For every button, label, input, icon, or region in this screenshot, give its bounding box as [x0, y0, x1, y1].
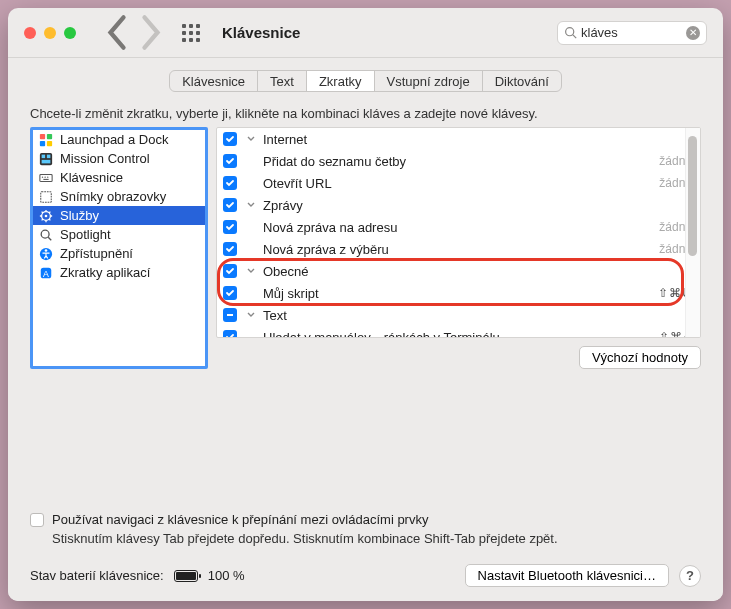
tab-text[interactable]: Text	[258, 71, 307, 91]
service-checkbox[interactable]	[223, 308, 237, 322]
service-label: Hledat v manuálov…ránkách v Terminálu	[263, 330, 653, 339]
service-group[interactable]: Obecné	[217, 260, 700, 282]
minimize-button[interactable]	[44, 27, 56, 39]
restore-defaults-button[interactable]: Výchozí hodnoty	[579, 346, 701, 369]
service-item[interactable]: Hledat v manuálov…ránkách v Terminálu⇧⌘A	[217, 326, 700, 338]
svg-rect-15	[41, 191, 52, 202]
mission-icon	[38, 151, 54, 167]
scroll-thumb[interactable]	[688, 136, 697, 256]
sidebar-item-label: Snímky obrazovky	[60, 189, 166, 204]
svg-point-13	[47, 176, 48, 177]
sidebar-item-mission[interactable]: Mission Control	[33, 149, 205, 168]
sidebar-item-keyboard[interactable]: Klávesnice	[33, 168, 205, 187]
keyboard-nav-checkbox[interactable]	[30, 513, 44, 527]
service-checkbox[interactable]	[223, 264, 237, 278]
footer: Stav baterií klávesnice: 100 % Nastavit …	[30, 564, 701, 587]
sidebar-item-label: Zpřístupnění	[60, 246, 133, 261]
svg-text:A: A	[43, 268, 49, 278]
service-label: Text	[263, 308, 692, 323]
zoom-button[interactable]	[64, 27, 76, 39]
svg-point-0	[566, 28, 574, 36]
tab-vstupní-zdroje[interactable]: Vstupní zdroje	[375, 71, 483, 91]
search-input[interactable]	[581, 25, 682, 40]
battery-status-label: Stav baterií klávesnice:	[30, 568, 164, 583]
sidebar-item-services[interactable]: Služby	[33, 206, 205, 225]
content-area: KlávesniceTextZkratkyVstupní zdrojeDikto…	[8, 58, 723, 601]
service-label: Můj skript	[263, 286, 652, 301]
service-checkbox[interactable]	[223, 330, 237, 338]
keyboard-nav-desc: Stisknutím klávesy Tab přejdete dopředu.…	[52, 531, 701, 546]
chevron-down-icon[interactable]	[247, 200, 257, 211]
instruction-text: Chcete-li změnit zkratku, vyberte ji, kl…	[30, 106, 701, 121]
service-checkbox[interactable]	[223, 176, 237, 190]
chevron-down-icon[interactable]	[247, 134, 257, 145]
svg-point-12	[44, 176, 45, 177]
chevron-down-icon[interactable]	[247, 310, 257, 321]
spotlight-icon	[38, 227, 54, 243]
service-label: Zprávy	[263, 198, 692, 213]
svg-point-11	[42, 176, 43, 177]
svg-rect-5	[47, 140, 52, 145]
shortcuts-list[interactable]: InternetPřidat do seznamu četbyžádnáOtev…	[216, 127, 701, 338]
sidebar-item-apps[interactable]: AZkratky aplikací	[33, 263, 205, 282]
service-item[interactable]: Přidat do seznamu četbyžádná	[217, 150, 700, 172]
close-button[interactable]	[24, 27, 36, 39]
chevron-down-icon[interactable]	[247, 266, 257, 277]
svg-line-19	[48, 237, 51, 240]
services-icon	[38, 208, 54, 224]
apps-icon: A	[38, 265, 54, 281]
forward-button[interactable]	[138, 20, 164, 46]
titlebar: Klávesnice ✕	[8, 8, 723, 58]
battery-percentage: 100 %	[208, 568, 245, 583]
search-icon	[564, 26, 577, 39]
service-item[interactable]: Nová zpráva na adresužádná	[217, 216, 700, 238]
svg-rect-9	[42, 159, 51, 163]
tab-zkratky[interactable]: Zkratky	[307, 71, 375, 91]
sidebar-item-label: Mission Control	[60, 151, 150, 166]
service-checkbox[interactable]	[223, 286, 237, 300]
svg-rect-7	[42, 154, 46, 158]
clear-search-icon[interactable]: ✕	[686, 26, 700, 40]
sidebar-item-label: Služby	[60, 208, 99, 223]
access-icon	[38, 246, 54, 262]
sidebar-item-spotlight[interactable]: Spotlight	[33, 225, 205, 244]
service-checkbox[interactable]	[223, 198, 237, 212]
scrollbar[interactable]	[685, 128, 700, 337]
svg-rect-2	[40, 133, 45, 138]
tab-diktování[interactable]: Diktování	[483, 71, 561, 91]
service-checkbox[interactable]	[223, 220, 237, 234]
service-group[interactable]: Text	[217, 304, 700, 326]
keyboard-nav-label: Používat navigaci z klávesnice k přepíná…	[52, 512, 428, 527]
tab-klávesnice[interactable]: Klávesnice	[170, 71, 258, 91]
service-checkbox[interactable]	[223, 154, 237, 168]
service-label: Obecné	[263, 264, 692, 279]
service-label: Otevřít URL	[263, 176, 653, 191]
keyboard-icon	[38, 170, 54, 186]
sidebar-item-screenshot[interactable]: Snímky obrazovky	[33, 187, 205, 206]
svg-rect-3	[47, 133, 52, 138]
service-item[interactable]: Otevřít URLžádná	[217, 172, 700, 194]
help-button[interactable]: ?	[679, 565, 701, 587]
category-list[interactable]: Launchpad a DockMission ControlKlávesnic…	[30, 127, 208, 369]
service-checkbox[interactable]	[223, 132, 237, 146]
svg-point-18	[41, 230, 49, 238]
preferences-window: Klávesnice ✕ KlávesniceTextZkratkyVstupn…	[8, 8, 723, 601]
back-button[interactable]	[104, 20, 130, 46]
window-controls	[24, 27, 76, 39]
sidebar-item-access[interactable]: Zpřístupnění	[33, 244, 205, 263]
window-title: Klávesnice	[222, 24, 300, 41]
sidebar-item-label: Spotlight	[60, 227, 111, 242]
bluetooth-keyboard-button[interactable]: Nastavit Bluetooth klávesnici…	[465, 564, 669, 587]
sidebar-item-label: Klávesnice	[60, 170, 123, 185]
service-group[interactable]: Internet	[217, 128, 700, 150]
service-label: Přidat do seznamu četby	[263, 154, 653, 169]
service-group[interactable]: Zprávy	[217, 194, 700, 216]
svg-rect-10	[40, 174, 52, 181]
show-all-icon[interactable]	[182, 24, 200, 42]
service-item[interactable]: Můj skript⇧⌘U	[217, 282, 700, 304]
search-field[interactable]: ✕	[557, 21, 707, 45]
keyboard-nav-row: Používat navigaci z klávesnice k přepíná…	[30, 512, 701, 527]
service-item[interactable]: Nová zpráva z výběružádná	[217, 238, 700, 260]
sidebar-item-launchpad[interactable]: Launchpad a Dock	[33, 130, 205, 149]
service-checkbox[interactable]	[223, 242, 237, 256]
